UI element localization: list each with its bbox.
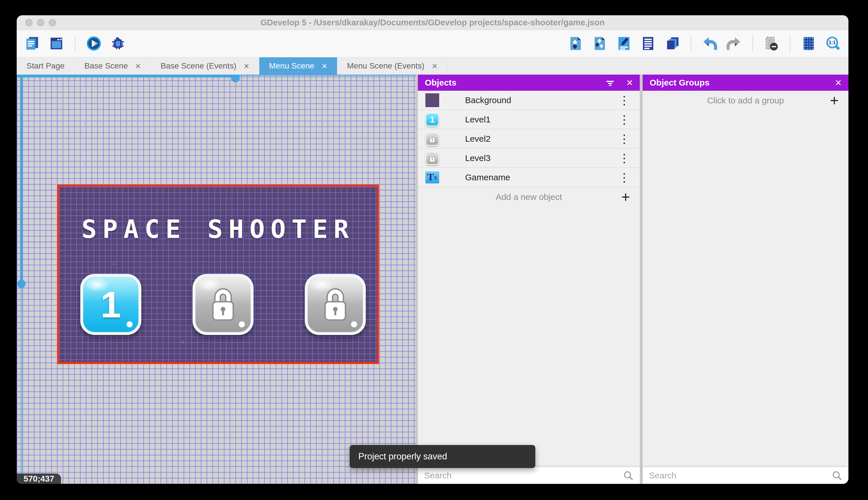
add-group-button[interactable]: Click to add a group + xyxy=(643,91,848,110)
object-row-level2[interactable]: Level2 ⋮ xyxy=(418,129,640,149)
add-group-label: Click to add a group xyxy=(707,95,784,105)
add-new-object-label: Add a new object xyxy=(496,192,562,202)
object-name: Level3 xyxy=(465,153,616,163)
object-groups-search-input[interactable] xyxy=(648,470,831,481)
object-name: Background xyxy=(465,95,616,105)
toggle-grid-icon[interactable] xyxy=(801,35,817,52)
toolbar-left-group xyxy=(24,35,126,52)
scene-window[interactable]: + + + + SPACE SHOOTER 1 xyxy=(57,185,379,364)
close-window-button[interactable] xyxy=(25,19,33,26)
object-groups-search-bar xyxy=(643,467,848,484)
object-menu-icon[interactable]: ⋮ xyxy=(616,171,632,184)
desktop: { "window": { "title": "GDevelop 5 - /Us… xyxy=(0,0,868,500)
horizontal-scrollbar-track[interactable] xyxy=(240,75,416,78)
tab-menu-scene-events[interactable]: Menu Scene (Events) × xyxy=(337,57,447,75)
tabbar: Start Page Base Scene × Base Scene (Even… xyxy=(17,57,848,75)
object-row-background[interactable]: Background ⋮ xyxy=(418,91,640,110)
object-menu-icon[interactable]: ⋮ xyxy=(616,151,632,165)
svg-text:1:1: 1:1 xyxy=(829,40,836,45)
minimize-window-button[interactable] xyxy=(37,19,44,26)
tab-label: Base Scene (Events) xyxy=(161,61,236,70)
objects-panel-empty-space xyxy=(418,207,640,467)
window-title: GDevelop 5 - /Users/dkarakay/Documents/G… xyxy=(17,18,848,27)
vertical-scrollbar[interactable] xyxy=(20,75,23,285)
object-groups-panel: Object Groups × Click to add a group + xyxy=(643,75,848,484)
object-groups-editor-icon[interactable] xyxy=(592,35,608,52)
gdevelop-window: GDevelop 5 - /Users/dkarakay/Documents/G… xyxy=(17,15,848,484)
star-speck: + xyxy=(180,337,186,348)
star-speck: + xyxy=(111,259,117,270)
game-title-text-instance[interactable]: SPACE SHOOTER xyxy=(59,214,377,244)
level1-button-instance[interactable]: 1 xyxy=(80,274,141,335)
vertical-scrollbar-knob[interactable] xyxy=(17,280,26,288)
traffic-lights xyxy=(25,19,56,26)
toolbar-separator xyxy=(752,35,753,52)
close-panel-icon[interactable]: × xyxy=(835,77,842,88)
tab-base-scene[interactable]: Base Scene × xyxy=(74,57,151,75)
filter-icon[interactable] xyxy=(605,77,615,88)
level1-label: 1 xyxy=(101,283,121,326)
object-row-level3[interactable]: Level3 ⋮ xyxy=(418,149,640,168)
toggle-mask-icon[interactable] xyxy=(763,35,779,52)
close-tab-icon[interactable]: × xyxy=(322,61,327,70)
plus-icon: + xyxy=(830,93,838,108)
close-tab-icon[interactable]: × xyxy=(135,61,141,70)
toolbar-separator xyxy=(691,35,691,52)
object-name: Level2 xyxy=(465,134,616,144)
object-groups-panel-title: Object Groups xyxy=(649,78,824,88)
lock-icon xyxy=(208,285,238,323)
vertical-scrollbar-track[interactable] xyxy=(20,285,23,484)
object-groups-empty-space xyxy=(643,110,848,467)
properties-icon[interactable] xyxy=(616,35,632,52)
instances-list-icon[interactable] xyxy=(640,35,656,52)
text-object-thumbnail: Tx xyxy=(425,171,439,184)
maximize-window-button[interactable] xyxy=(49,19,56,26)
project-manager-icon[interactable] xyxy=(24,35,40,52)
object-groups-panel-header: Object Groups × xyxy=(643,75,848,91)
debug-icon[interactable] xyxy=(110,35,126,52)
background-sprite-thumbnail xyxy=(425,93,439,107)
layers-icon[interactable] xyxy=(664,35,680,52)
tab-base-scene-events[interactable]: Base Scene (Events) × xyxy=(151,57,259,75)
close-tab-icon[interactable]: × xyxy=(244,61,249,70)
object-menu-icon[interactable]: ⋮ xyxy=(616,132,632,146)
level3-button-instance[interactable] xyxy=(305,274,366,335)
close-tab-icon[interactable]: × xyxy=(432,61,437,70)
zoom-1-1-icon[interactable]: 1:1 xyxy=(825,35,841,52)
panel-divider[interactable] xyxy=(416,75,418,484)
close-panel-icon[interactable]: × xyxy=(626,77,633,88)
cursor-coordinates: 570;437 xyxy=(17,474,61,484)
horizontal-scrollbar[interactable] xyxy=(17,75,240,78)
tab-label: Menu Scene xyxy=(269,61,314,70)
lock-icon xyxy=(320,285,350,323)
object-row-level1[interactable]: 1 Level1 ⋮ xyxy=(418,110,640,129)
level2-button-instance[interactable] xyxy=(192,274,254,335)
panel-divider[interactable] xyxy=(640,75,643,484)
toolbar-separator xyxy=(790,35,790,52)
preview-play-icon[interactable] xyxy=(86,35,102,52)
toast-message: Project properly saved xyxy=(358,451,447,462)
scene-editor-icon[interactable] xyxy=(48,35,64,52)
object-name: Level1 xyxy=(465,115,616,124)
horizontal-scrollbar-knob[interactable] xyxy=(231,75,240,82)
level1-button-thumbnail: 1 xyxy=(425,113,439,126)
lock-icon xyxy=(429,134,436,144)
objects-panel-title: Objects xyxy=(425,78,595,88)
object-menu-icon[interactable]: ⋮ xyxy=(616,94,632,107)
redo-icon[interactable] xyxy=(726,35,742,52)
toolbar-right-group: 1:1 xyxy=(567,35,841,52)
titlebar: GDevelop 5 - /Users/dkarakay/Documents/G… xyxy=(17,15,848,30)
tab-label: Menu Scene (Events) xyxy=(347,61,424,70)
object-row-gamename[interactable]: Tx Gamename ⋮ xyxy=(418,168,640,187)
undo-icon[interactable] xyxy=(702,35,718,52)
objects-panel: Objects × Background ⋮ 1 Level1 ⋮ xyxy=(418,75,640,484)
objects-editor-icon[interactable] xyxy=(567,35,584,52)
scene-canvas[interactable]: + + + + SPACE SHOOTER 1 570;437 xyxy=(17,75,416,484)
tab-menu-scene[interactable]: Menu Scene × xyxy=(259,57,337,75)
objects-search-input[interactable] xyxy=(424,470,622,481)
object-menu-icon[interactable]: ⋮ xyxy=(616,113,632,126)
tab-start-page[interactable]: Start Page xyxy=(17,57,74,75)
search-icon xyxy=(831,470,843,481)
add-new-object-button[interactable]: Add a new object + xyxy=(418,187,640,207)
main-area: + + + + SPACE SHOOTER 1 570;437 xyxy=(17,75,848,484)
